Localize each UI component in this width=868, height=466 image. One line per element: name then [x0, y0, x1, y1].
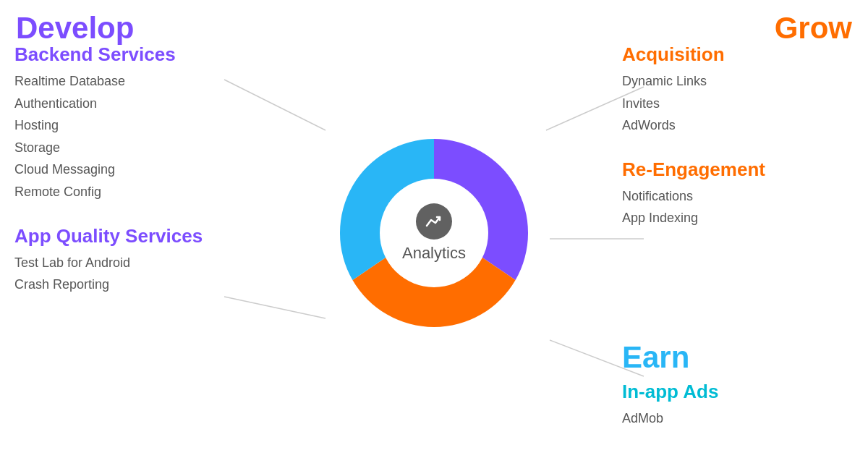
analytics-center: Analytics: [402, 203, 466, 263]
acquisition-items-list: Dynamic LinksInvitesAdWords: [622, 70, 854, 137]
inapp-ads-title: In-app Ads: [622, 381, 854, 403]
analytics-label: Analytics: [402, 244, 466, 263]
inapp-items-list: AdMob: [622, 407, 854, 430]
list-item: Crash Reporting: [14, 274, 246, 296]
list-item: Cloud Messaging: [14, 158, 246, 181]
right-panel: Acquisition Dynamic LinksInvitesAdWords …: [622, 43, 854, 251]
re-engagement-items-list: NotificationsApp Indexing: [622, 185, 854, 229]
develop-title: Develop: [16, 11, 134, 46]
list-item: Hosting: [14, 114, 246, 137]
re-engagement-title: Re-Engagement: [622, 158, 854, 181]
trend-icon: [424, 211, 444, 232]
list-item: Authentication: [14, 93, 246, 115]
list-item: Invites: [622, 93, 854, 115]
re-engagement-section: Re-Engagement NotificationsApp Indexing: [622, 158, 854, 229]
acquisition-title: Acquisition: [622, 43, 854, 66]
list-item: Notifications: [622, 185, 854, 208]
earn-title: Earn: [622, 340, 854, 375]
app-quality-title: App Quality Services: [14, 225, 246, 247]
earn-section: Earn In-app Ads AdMob: [622, 340, 854, 444]
app-quality-section: App Quality Services Test Lab for Androi…: [14, 225, 246, 296]
list-item: Storage: [14, 137, 246, 159]
list-item: Realtime Database: [14, 70, 246, 93]
list-item: Dynamic Links: [622, 70, 854, 93]
analytics-icon: [416, 203, 452, 240]
backend-items-list: Realtime DatabaseAuthenticationHostingSt…: [14, 70, 246, 203]
list-item: App Indexing: [622, 207, 854, 229]
donut-chart: Analytics: [318, 117, 550, 349]
backend-services-title: Backend Services: [14, 43, 246, 66]
list-item: Remote Config: [14, 181, 246, 203]
app-quality-items-list: Test Lab for AndroidCrash Reporting: [14, 252, 246, 296]
grow-title: Grow: [775, 11, 852, 46]
main-container: Develop Grow Backend Services Realtime D…: [0, 0, 868, 466]
list-item: AdMob: [622, 407, 854, 430]
acquisition-section: Acquisition Dynamic LinksInvitesAdWords: [622, 43, 854, 137]
list-item: AdWords: [622, 114, 854, 137]
left-panel: Backend Services Realtime DatabaseAuthen…: [14, 43, 246, 310]
list-item: Test Lab for Android: [14, 252, 246, 274]
backend-section: Backend Services Realtime DatabaseAuthen…: [14, 43, 246, 203]
